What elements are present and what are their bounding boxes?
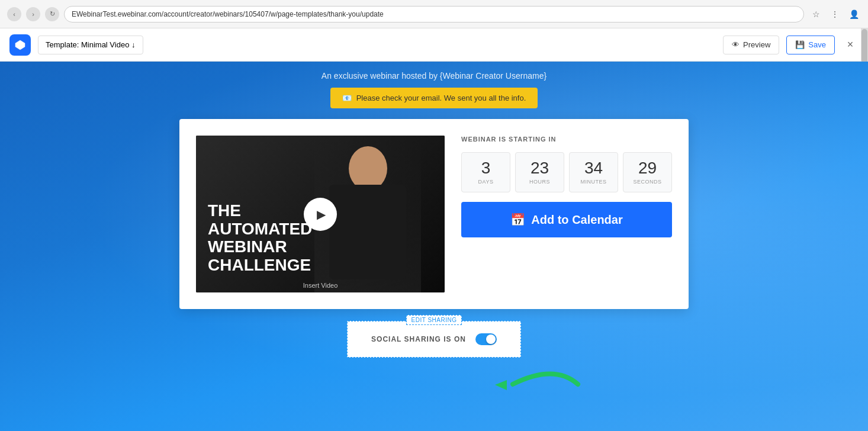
insert-video-label: Insert Video	[303, 282, 338, 289]
preview-label: Preview	[743, 40, 770, 49]
email-icon: 📧	[342, 94, 352, 102]
save-button[interactable]: 💾 Save	[786, 36, 835, 54]
logo-icon	[9, 34, 31, 56]
countdown-minutes-label: MINUTES	[574, 179, 613, 185]
forward-button[interactable]: ›	[26, 7, 40, 21]
video-title: THE AUTOMATED WEBINAR CHALLENGE	[208, 202, 312, 275]
preview-button[interactable]: 👁 Preview	[723, 36, 779, 54]
play-icon: ▶	[317, 207, 326, 221]
hosted-text-label: An exclusive webinar hosted by {Webinar …	[322, 71, 546, 81]
countdown-hours-value: 23	[520, 160, 559, 176]
bookmark-button[interactable]: ☆	[809, 7, 823, 21]
app-header: Template: Minimal Video ↓ 👁 Preview 💾 Sa…	[0, 28, 868, 62]
countdown: 3 DAYS 23 HOURS 34 MINUTES 29 SECONDS	[461, 152, 672, 192]
video-title-line1: THE	[208, 202, 312, 220]
countdown-days-value: 3	[467, 160, 505, 176]
close-icon: ×	[847, 38, 854, 51]
back-button[interactable]: ‹	[7, 7, 21, 21]
webinar-starting-label: WEBINAR IS STARTING IN	[461, 136, 672, 143]
email-banner: 📧 Please check your email. We sent you a…	[330, 88, 538, 108]
main-content: An exclusive webinar hosted by {Webinar …	[0, 62, 868, 431]
refresh-button[interactable]: ↻	[45, 7, 59, 21]
right-panel: WEBINAR IS STARTING IN 3 DAYS 23 HOURS 3…	[461, 136, 672, 292]
video-title-line2: AUTOMATED	[208, 220, 312, 239]
social-sharing-text: SOCIAL SHARING IS ON	[371, 335, 466, 343]
save-icon: 💾	[795, 40, 805, 49]
countdown-minutes-value: 34	[574, 160, 613, 176]
video-thumbnail[interactable]: THE AUTOMATED WEBINAR CHALLENGE ▶ Insert…	[196, 136, 445, 292]
countdown-hours-label: HOURS	[520, 179, 559, 185]
social-sharing-box: SOCIAL SHARING IS ON	[347, 321, 521, 358]
countdown-hours: 23 HOURS	[515, 152, 564, 192]
social-sharing-section: EDIT SHARING SOCIAL SHARING IS ON	[347, 321, 521, 358]
url-bar[interactable]: EWebinarTest.ewebinar.com/account/creato…	[64, 6, 804, 22]
edit-sharing-label[interactable]: EDIT SHARING	[406, 315, 462, 325]
video-title-line4: CHALLENGE	[208, 256, 312, 275]
svg-marker-0	[495, 380, 507, 390]
extensions-button[interactable]: ⋮	[828, 7, 842, 21]
video-title-line3: WEBINAR	[208, 238, 312, 256]
content-card: THE AUTOMATED WEBINAR CHALLENGE ▶ Insert…	[179, 119, 689, 309]
eye-icon: 👁	[732, 40, 740, 49]
email-banner-text: Please check your email. We sent you all…	[356, 94, 526, 102]
countdown-seconds: 29 SECONDS	[623, 152, 672, 192]
scrollbar-thumb[interactable]	[861, 29, 867, 65]
url-text: EWebinarTest.ewebinar.com/account/creato…	[72, 10, 384, 18]
social-sharing-toggle[interactable]	[475, 333, 497, 345]
calendar-icon: 📅	[510, 213, 525, 227]
hosted-text: An exclusive webinar hosted by {Webinar …	[322, 71, 546, 81]
countdown-days-label: DAYS	[467, 179, 505, 185]
add-calendar-label: Add to Calendar	[531, 213, 622, 227]
countdown-seconds-label: SECONDS	[628, 179, 667, 185]
countdown-days: 3 DAYS	[461, 152, 510, 192]
template-label: Template: Minimal Video ↓	[46, 40, 136, 49]
profile-button[interactable]: 👤	[847, 7, 861, 21]
countdown-minutes: 34 MINUTES	[569, 152, 618, 192]
arrow-indicator	[477, 358, 596, 413]
countdown-seconds-value: 29	[628, 160, 667, 176]
browser-bar: ‹ › ↻ EWebinarTest.ewebinar.com/account/…	[0, 0, 868, 28]
template-selector[interactable]: Template: Minimal Video ↓	[38, 36, 143, 54]
toggle-knob	[486, 334, 496, 344]
video-play-button[interactable]: ▶	[304, 198, 337, 231]
save-label: Save	[808, 40, 826, 49]
green-arrow-icon	[477, 358, 596, 411]
browser-actions: ☆ ⋮ 👤	[809, 7, 861, 21]
close-button[interactable]: ×	[842, 37, 859, 53]
add-to-calendar-button[interactable]: 📅 Add to Calendar	[461, 202, 672, 237]
